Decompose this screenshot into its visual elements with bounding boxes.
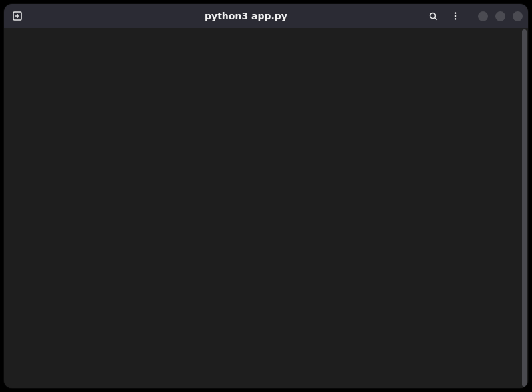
new-tab-button[interactable] — [9, 8, 25, 24]
titlebar: python3 app.py — [4, 4, 528, 28]
window-controls — [474, 11, 523, 21]
search-button[interactable] — [425, 8, 441, 24]
new-tab-icon — [12, 11, 23, 21]
terminal-body — [4, 28, 528, 388]
search-icon — [428, 11, 438, 21]
kebab-menu-icon — [451, 11, 460, 21]
window-title: python3 app.py — [102, 11, 390, 21]
svg-point-5 — [455, 12, 457, 14]
terminal-window: python3 app.py — [4, 4, 528, 388]
svg-point-3 — [430, 13, 435, 18]
scrollbar-track[interactable] — [521, 28, 528, 388]
menu-button[interactable] — [448, 8, 464, 24]
titlebar-left — [9, 8, 102, 24]
svg-point-7 — [455, 18, 457, 20]
titlebar-right — [390, 8, 523, 24]
close-button[interactable] — [513, 11, 523, 21]
svg-line-4 — [434, 17, 436, 19]
svg-point-6 — [455, 15, 457, 17]
minimize-button[interactable] — [478, 11, 488, 21]
terminal-output[interactable] — [4, 28, 521, 388]
maximize-button[interactable] — [495, 11, 505, 21]
scrollbar-thumb[interactable] — [522, 29, 527, 387]
